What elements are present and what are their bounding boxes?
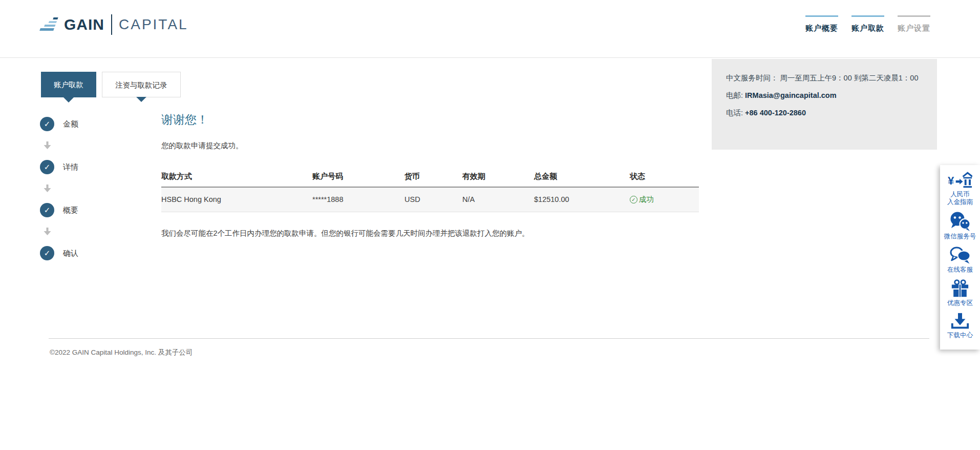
quick-link-live-chat[interactable]: 在线客服 bbox=[940, 246, 980, 274]
col-total-amount: 总金额 bbox=[534, 167, 630, 187]
quick-link-promotions[interactable]: 优惠专区 bbox=[940, 279, 980, 307]
tab-account-withdrawal[interactable]: 账户取款 bbox=[41, 72, 96, 97]
nav-account-overview[interactable]: 账户概要 bbox=[805, 15, 838, 33]
step-arrow-down-icon bbox=[40, 131, 54, 160]
col-validity: 有效期 bbox=[462, 167, 534, 187]
step-arrow-down-icon bbox=[40, 174, 54, 203]
tab-pointer-icon bbox=[136, 97, 146, 102]
step-arrow-down-icon bbox=[40, 217, 54, 246]
cell-validity: N/A bbox=[462, 187, 534, 212]
step-summary: 概要 bbox=[40, 203, 117, 217]
status-badge: 成功 bbox=[630, 195, 654, 204]
withdrawal-confirmation-page: { "header": { "logo": { "gain": "GAIN", … bbox=[0, 0, 980, 450]
cell-withdrawal-method: HSBC Hong Kong bbox=[161, 187, 312, 212]
tab-label: 账户取款 bbox=[54, 80, 83, 89]
quick-link-label: 优惠专区 bbox=[940, 299, 980, 307]
live-chat-icon bbox=[949, 246, 971, 265]
step-indicator: 金额 详情 概要 确认 bbox=[40, 117, 117, 260]
check-circle-icon bbox=[40, 117, 54, 131]
contact-info-box: 中文服务时间： 周一至周五上午9：00 到第二天凌晨1：00 电邮: IRMas… bbox=[712, 59, 937, 150]
quick-link-label: 入金指南 bbox=[940, 198, 980, 206]
svg-text:¥: ¥ bbox=[948, 174, 954, 187]
step-amount: 金额 bbox=[40, 117, 117, 131]
table-row: HSBC Hong Kong *****1888 USD N/A $12510.… bbox=[161, 187, 699, 212]
wechat-icon bbox=[949, 211, 971, 232]
cell-currency: USD bbox=[404, 187, 462, 212]
quick-link-wechat[interactable]: 微信服务号 bbox=[940, 211, 980, 240]
service-hours: 中文服务时间： 周一至周五上午9：00 到第二天凌晨1：00 bbox=[726, 72, 923, 84]
logo-divider bbox=[111, 14, 112, 35]
withdrawal-tabs: 账户取款 注资与取款记录 bbox=[41, 72, 186, 97]
rmb-deposit-guide-icon: ¥ bbox=[948, 171, 972, 190]
step-details: 详情 bbox=[40, 160, 117, 174]
quick-link-rmb-deposit-guide[interactable]: ¥ 人民币 入金指南 bbox=[940, 171, 980, 206]
tab-funding-withdrawal-history[interactable]: 注资与取款记录 bbox=[102, 72, 181, 97]
contact-phone-line: 电话: +86 400-120-2860 bbox=[726, 107, 923, 119]
nav-account-withdrawal[interactable]: 账户取款 bbox=[851, 15, 884, 33]
col-withdrawal-method: 取款方式 bbox=[161, 167, 312, 187]
logo-bars-icon bbox=[38, 17, 59, 32]
success-message: 您的取款申请提交成功。 bbox=[161, 141, 704, 151]
gain-capital-logo[interactable]: GAIN CAPITAL bbox=[38, 14, 188, 35]
main-content: 谢谢您！ 您的取款申请提交成功。 取款方式 账户号码 货币 有效期 总金额 状态… bbox=[161, 112, 704, 238]
gift-promo-icon bbox=[950, 279, 970, 298]
logo-text-capital: CAPITAL bbox=[119, 16, 188, 33]
cell-total-amount: $12510.00 bbox=[534, 187, 630, 212]
col-currency: 货币 bbox=[404, 167, 462, 187]
success-check-icon bbox=[630, 196, 637, 203]
processing-note: 我们会尽可能在2个工作日内办理您的取款申请。但您的银行可能会需要几天时间办理并把… bbox=[161, 229, 704, 238]
footer-divider bbox=[49, 338, 929, 339]
download-center-icon bbox=[950, 312, 970, 331]
logo-text-gain: GAIN bbox=[64, 16, 104, 33]
col-status: 状态 bbox=[630, 167, 699, 187]
quick-link-label: 在线客服 bbox=[940, 266, 980, 274]
contact-email: IRMasia@gaincapital.com bbox=[745, 91, 837, 99]
check-circle-icon bbox=[40, 246, 54, 260]
nav-account-settings[interactable]: 账户设置 bbox=[898, 15, 930, 33]
page-title: 谢谢您！ bbox=[161, 112, 704, 127]
quick-link-download-center[interactable]: 下载中心 bbox=[940, 312, 980, 339]
top-nav: 账户概要 账户取款 账户设置 bbox=[792, 15, 930, 33]
check-circle-icon bbox=[40, 160, 54, 174]
contact-email-line: 电邮: IRMasia@gaincapital.com bbox=[726, 90, 923, 101]
quick-link-label: 微信服务号 bbox=[940, 233, 980, 240]
tab-label: 注资与取款记录 bbox=[115, 81, 167, 89]
table-header-row: 取款方式 账户号码 货币 有效期 总金额 状态 bbox=[161, 167, 699, 187]
cell-account-number: *****1888 bbox=[312, 187, 404, 212]
quick-links-sidebar: ¥ 人民币 入金指南 微信服务号 在线 bbox=[940, 165, 980, 350]
check-circle-icon bbox=[40, 203, 54, 217]
cell-status: 成功 bbox=[630, 187, 699, 212]
withdrawal-result-table: 取款方式 账户号码 货币 有效期 总金额 状态 HSBC Hong Kong *… bbox=[161, 167, 699, 212]
col-account-number: 账户号码 bbox=[312, 167, 404, 187]
quick-link-label: 人民币 bbox=[940, 191, 980, 198]
tab-pointer-icon bbox=[63, 97, 74, 103]
footer-copyright: ©2022 GAIN Capital Holdings, Inc. 及其子公司 bbox=[50, 348, 193, 357]
step-confirm: 确认 bbox=[40, 246, 117, 260]
header: GAIN CAPITAL 账户概要 账户取款 账户设置 bbox=[0, 0, 980, 58]
quick-link-label: 下载中心 bbox=[940, 332, 980, 339]
contact-phone: +86 400-120-2860 bbox=[745, 109, 806, 117]
